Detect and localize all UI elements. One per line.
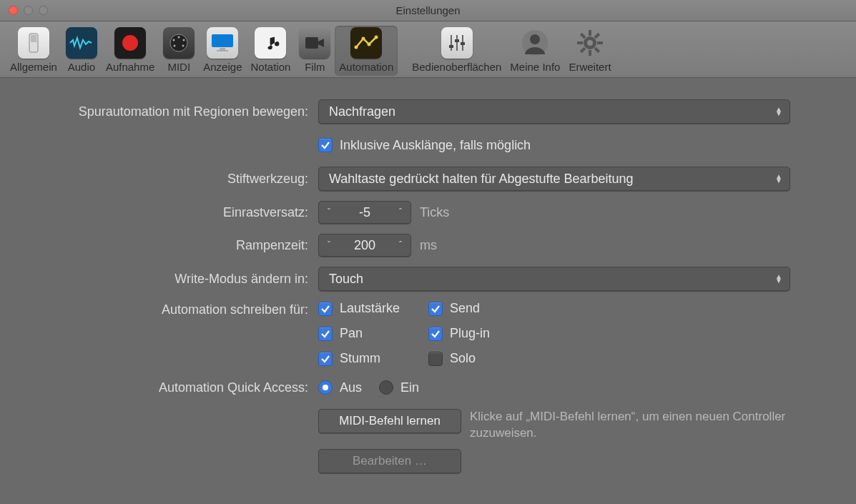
stepper-increment[interactable]: ˆ [390, 240, 410, 250]
svg-rect-9 [212, 34, 233, 47]
snap-offset-stepper[interactable]: ˇ -5 ˆ [318, 201, 411, 224]
faders-icon [441, 27, 473, 59]
learn-midi-button[interactable]: MIDI-Befehl lernen [318, 409, 461, 433]
record-icon [114, 27, 146, 59]
svg-rect-28 [577, 41, 583, 44]
tab-label: Aufnahme [106, 61, 154, 73]
snap-offset-label: Einrastversatz: [21, 205, 318, 220]
gear-icon [574, 27, 606, 59]
svg-point-13 [355, 46, 358, 49]
window-title: Einstellungen [0, 4, 856, 16]
tab-label: Notation [250, 61, 290, 73]
svg-point-8 [182, 45, 185, 47]
svg-rect-11 [217, 50, 228, 51]
svg-rect-10 [220, 48, 225, 50]
include-tails-checkbox[interactable]: Inklusive Ausklänge, falls möglich [318, 138, 531, 153]
svg-rect-27 [589, 50, 591, 56]
checkbox-checked-icon [428, 302, 443, 316]
write-mode-change-popup[interactable]: Touch ▲▼ [318, 267, 790, 291]
checkbox-checked-icon [318, 302, 333, 316]
quick-access-label: Automation Quick Access: [21, 380, 318, 395]
toolbar: Allgemein Audio Aufnahme MIDI Anzeige No… [0, 21, 856, 78]
svg-point-24 [530, 34, 540, 44]
tab-notation[interactable]: Notation [246, 26, 295, 76]
tab-display[interactable]: Anzeige [199, 26, 246, 76]
tab-control-surfaces[interactable]: Bedienoberflächen [408, 26, 506, 76]
write-pan-checkbox[interactable]: Pan [318, 326, 425, 341]
popup-value: Wahltaste gedrückt halten für Abgestufte… [329, 172, 634, 187]
write-send-checkbox[interactable]: Send [428, 301, 536, 316]
tab-midi[interactable]: MIDI [159, 26, 199, 76]
music-note-icon [255, 27, 286, 59]
svg-rect-32 [580, 33, 586, 39]
pencil-tool-popup[interactable]: Wahltaste gedrückt halten für Abgestufte… [318, 167, 790, 191]
svg-point-34 [587, 40, 593, 46]
tab-film[interactable]: Film [295, 26, 335, 76]
tab-advanced[interactable]: Erweitert [564, 26, 615, 76]
quick-access-on-radio[interactable]: Ein [379, 380, 419, 395]
stepper-decrement[interactable]: ˇ [319, 207, 339, 217]
svg-rect-12 [305, 37, 318, 49]
svg-rect-20 [449, 45, 453, 48]
button-label: MIDI-Befehl lernen [339, 414, 441, 428]
radio-unchecked-icon [379, 380, 393, 395]
checkbox-label: Lautstärke [340, 301, 400, 316]
svg-rect-29 [597, 41, 603, 44]
radio-label: Aus [340, 380, 362, 395]
quick-access-off-radio[interactable]: Aus [318, 380, 362, 395]
stepper-value[interactable]: -5 [339, 205, 390, 220]
write-plugin-checkbox[interactable]: Plug-in [428, 326, 536, 341]
tab-label: Automation [339, 61, 393, 73]
ramp-time-stepper[interactable]: ˇ 200 ˆ [318, 234, 411, 257]
tab-label: MIDI [167, 61, 190, 73]
tab-label: Allgemein [10, 61, 57, 73]
tab-audio[interactable]: Audio [62, 26, 102, 76]
svg-point-15 [368, 43, 371, 46]
tab-automation[interactable]: Automation [335, 26, 398, 76]
write-volume-checkbox[interactable]: Lautstärke [318, 301, 425, 316]
close-button[interactable] [9, 6, 18, 15]
move-with-regions-popup[interactable]: Nachfragen ▲▼ [318, 99, 790, 124]
checkbox-label: Send [450, 301, 480, 316]
tab-my-info[interactable]: Meine Info [506, 26, 564, 76]
svg-point-6 [183, 39, 185, 41]
tab-general[interactable]: Allgemein [6, 26, 62, 76]
svg-rect-30 [594, 33, 600, 39]
edit-button[interactable]: Bearbeiten … [318, 449, 461, 473]
popup-value: Nachfragen [329, 104, 395, 119]
midi-port-icon [163, 27, 195, 59]
person-icon [519, 27, 551, 59]
stepper-value[interactable]: 200 [339, 238, 390, 253]
svg-point-4 [178, 36, 180, 39]
svg-rect-21 [455, 39, 459, 42]
svg-point-5 [173, 39, 175, 41]
chevron-updown-icon: ▲▼ [775, 174, 782, 183]
ramp-time-label: Rampenzeit: [21, 238, 318, 253]
checkbox-checked-icon [428, 327, 443, 341]
radio-label: Ein [400, 380, 419, 395]
tab-label: Audio [68, 61, 95, 73]
stepper-increment[interactable]: ˆ [390, 207, 410, 217]
write-solo-checkbox[interactable]: Solo [428, 351, 536, 366]
svg-rect-22 [461, 42, 465, 45]
write-mute-checkbox[interactable]: Stumm [318, 351, 425, 366]
tab-record[interactable]: Aufnahme [102, 26, 159, 76]
zoom-button[interactable] [39, 6, 48, 15]
minimize-button[interactable] [24, 6, 33, 15]
button-label: Bearbeiten … [353, 454, 427, 468]
window-controls [0, 6, 48, 15]
tab-label: Meine Info [510, 61, 560, 73]
svg-rect-31 [580, 47, 586, 53]
learn-midi-hint: Klicke auf „MIDI-Befehl lernen“, um eine… [470, 409, 799, 442]
checkbox-label: Plug-in [450, 326, 490, 341]
svg-point-16 [375, 36, 378, 39]
ramp-time-unit: ms [420, 238, 437, 253]
stepper-decrement[interactable]: ˇ [319, 240, 339, 250]
checkbox-unchecked-icon [428, 352, 443, 366]
svg-point-2 [122, 35, 138, 51]
write-mode-change-label: Write-Modus ändern in: [21, 272, 318, 287]
automation-pane: Spurautomation mit Regionen bewegen: Nac… [0, 78, 856, 498]
tab-label: Film [305, 61, 325, 73]
tab-label: Bedienoberflächen [412, 61, 501, 73]
popup-value: Touch [329, 272, 363, 287]
